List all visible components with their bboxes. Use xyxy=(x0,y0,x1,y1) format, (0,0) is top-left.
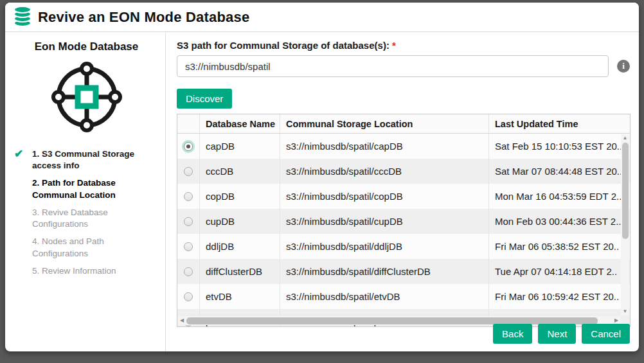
cell-storage-location: s3://nimbusdb/spatil/diffClusterDB xyxy=(280,259,489,284)
row-radio-button[interactable] xyxy=(184,242,193,251)
cell-database-name: ddljDB xyxy=(200,234,280,259)
table-row[interactable]: cupDB s3://nimbusdb/spatil/cupDB Mon Feb… xyxy=(177,209,630,234)
cell-last-updated: Sat Mar 07 08:44:48 EST 20.. xyxy=(489,159,630,184)
col-storage-location: Communal Storage Location xyxy=(280,114,489,133)
discover-button[interactable]: Discover xyxy=(177,89,232,109)
next-button[interactable]: Next xyxy=(538,324,576,344)
scroll-left-icon[interactable]: ◀ xyxy=(178,316,186,325)
page-title: Revive an EON Mode Database xyxy=(38,9,249,26)
col-last-updated: Last Updated Time xyxy=(489,114,630,133)
info-icon[interactable]: i xyxy=(617,60,630,73)
s3-path-label: S3 path for Communal Storage of database… xyxy=(177,40,639,51)
revive-eon-dialog: Revive an EON Mode Database Eon Mode Dat… xyxy=(5,3,639,351)
table-row[interactable]: ddljDB s3://nimbusdb/spatil/ddljDB Fri M… xyxy=(177,234,630,259)
cell-last-updated: Fri Mar 06 05:38:52 EST 20.. xyxy=(489,234,630,259)
table-row[interactable]: capDB s3://nimbusdb/spatil/capDB Sat Feb… xyxy=(177,134,630,159)
wizard-step: ✔ 3. Revive Database Configurations xyxy=(14,207,159,230)
cancel-button[interactable]: Cancel xyxy=(582,324,630,344)
step-label: 5. Review Information xyxy=(32,266,116,276)
cell-storage-location: s3://nimbusdb/spatil/cccDB xyxy=(280,159,489,184)
row-radio-cell xyxy=(177,209,200,234)
table-row[interactable]: cccDB s3://nimbusdb/spatil/cccDB Sat Mar… xyxy=(177,159,630,184)
database-icon xyxy=(13,5,32,30)
cell-last-updated: Tue Apr 07 04:14:18 EDT 2.. xyxy=(489,259,630,284)
scroll-up-icon[interactable]: ▲ xyxy=(621,134,629,142)
row-radio-button[interactable] xyxy=(184,142,193,151)
required-asterisk: * xyxy=(392,40,396,51)
row-radio-cell xyxy=(177,259,200,284)
cell-database-name: copDB xyxy=(200,184,280,209)
table-header: Database Name Communal Storage Location … xyxy=(177,114,630,134)
row-radio-cell xyxy=(177,284,200,309)
horizontal-scroll-thumb[interactable] xyxy=(186,317,598,324)
row-radio-cell xyxy=(177,234,200,259)
radio-column-header xyxy=(177,114,200,133)
main-content: S3 path for Communal Storage of database… xyxy=(166,32,639,351)
cell-storage-location: s3://nimbusdb/spatil/cupDB xyxy=(280,209,489,234)
s3-path-input[interactable] xyxy=(177,55,609,77)
cell-storage-location: s3://nimbusdb/spatil/etvDB xyxy=(280,284,489,309)
table-row[interactable]: diffClusterDB s3://nimbusdb/spatil/diffC… xyxy=(177,259,630,284)
table-row[interactable]: copDB s3://nimbusdb/spatil/copDB Mon Mar… xyxy=(177,184,630,209)
row-radio-cell xyxy=(177,159,200,184)
wizard-steps: ✔ 1. S3 Communal Storage access info ✔ 2… xyxy=(14,148,159,277)
cell-storage-location: s3://nimbusdb/spatil/ddljDB xyxy=(280,234,489,259)
cell-storage-location: s3://nimbusdb/spatil/copDB xyxy=(280,184,489,209)
wizard-step: ✔ 2. Path for Database Communal Location xyxy=(14,177,159,200)
step-complete-check-icon: ✔ xyxy=(14,147,23,162)
sidebar-title: Eon Mode Database xyxy=(14,40,159,53)
cell-database-name: cupDB xyxy=(200,209,280,234)
step-label: 4. Nodes and Path Configurations xyxy=(32,236,104,258)
col-database-name: Database Name xyxy=(200,114,280,133)
cell-last-updated: Sat Feb 15 10:10:53 EST 20.. xyxy=(489,134,630,159)
row-radio-button[interactable] xyxy=(184,192,193,201)
cell-database-name: etvDB xyxy=(200,284,280,309)
cell-last-updated: Fri Mar 06 10:59:42 EST 20.. xyxy=(489,284,630,309)
vertical-scroll-thumb[interactable] xyxy=(622,143,629,239)
wizard-step: ✔ 1. S3 Communal Storage access info xyxy=(14,148,159,172)
row-radio-button[interactable] xyxy=(184,217,193,226)
wizard-sidebar: Eon Mode Database ✔ 1. S3 Communal Stora… xyxy=(5,33,166,351)
cell-storage-location: s3://nimbusdb/spatil/capDB xyxy=(280,134,489,159)
dialog-header: Revive an EON Mode Database xyxy=(5,3,639,32)
row-radio-cell xyxy=(177,184,200,209)
row-radio-cell xyxy=(177,134,200,159)
step-label: 2. Path for Database Communal Location xyxy=(32,178,116,199)
cell-database-name: diffClusterDB xyxy=(200,259,280,284)
scroll-down-icon[interactable]: ▼ xyxy=(621,308,629,315)
back-button[interactable]: Back xyxy=(493,324,532,344)
dialog-footer: Back Next Cancel xyxy=(493,324,630,344)
row-radio-button[interactable] xyxy=(184,292,193,301)
table-body: capDB s3://nimbusdb/spatil/capDB Sat Feb… xyxy=(177,134,630,326)
step-label: 1. S3 Communal Storage access info xyxy=(32,149,134,170)
database-table: Database Name Communal Storage Location … xyxy=(177,114,631,327)
cell-last-updated: Mon Mar 16 04:53:59 EDT 2.. xyxy=(489,184,630,209)
wizard-step: ✔ 4. Nodes and Path Configurations xyxy=(14,236,159,259)
row-radio-button[interactable] xyxy=(184,267,193,276)
wizard-step: ✔ 5. Review Information xyxy=(14,265,159,277)
step-label: 3. Revive Database Configurations xyxy=(32,208,108,229)
cell-database-name: cccDB xyxy=(200,159,280,184)
table-row[interactable]: etvDB s3://nimbusdb/spatil/etvDB Fri Mar… xyxy=(177,284,630,309)
vertical-scrollbar[interactable]: ▲ ▼ xyxy=(621,134,629,315)
eon-mode-icon xyxy=(14,60,159,134)
row-radio-button[interactable] xyxy=(184,167,193,176)
cell-last-updated: Mon Feb 03 00:44:36 EST 2.. xyxy=(489,209,630,234)
cell-database-name: capDB xyxy=(200,134,280,159)
